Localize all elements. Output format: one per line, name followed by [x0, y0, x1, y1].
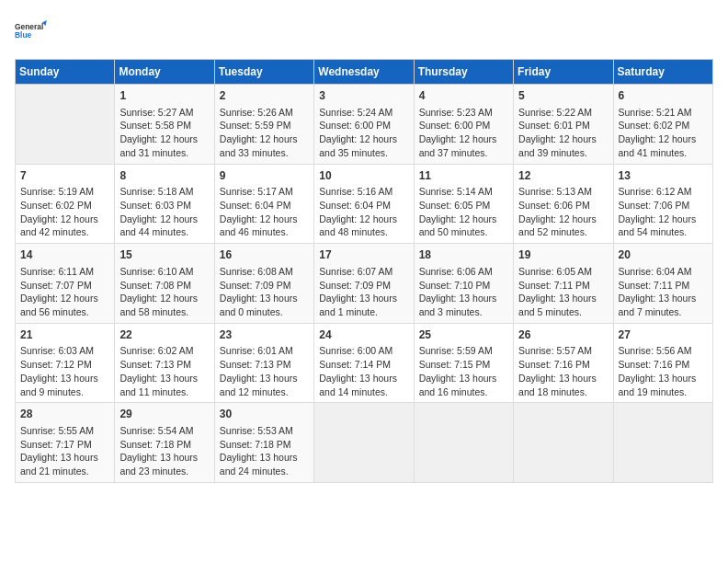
day-cell: 6Sunrise: 5:21 AM Sunset: 6:02 PM Daylig…: [613, 85, 712, 165]
calendar-table: SundayMondayTuesdayWednesdayThursdayFrid…: [15, 59, 713, 483]
day-cell: 21Sunrise: 6:03 AM Sunset: 7:12 PM Dayli…: [16, 323, 115, 403]
week-row-4: 21Sunrise: 6:03 AM Sunset: 7:12 PM Dayli…: [16, 323, 713, 403]
day-number: 11: [419, 168, 508, 184]
day-info: Sunrise: 6:01 AM Sunset: 7:13 PM Dayligh…: [220, 344, 309, 398]
day-cell: 26Sunrise: 5:57 AM Sunset: 7:16 PM Dayli…: [514, 323, 613, 403]
day-info: Sunrise: 6:05 AM Sunset: 7:11 PM Dayligh…: [518, 265, 608, 319]
day-info: Sunrise: 5:19 AM Sunset: 6:02 PM Dayligh…: [20, 185, 109, 239]
col-header-tuesday: Tuesday: [214, 60, 313, 85]
day-info: Sunrise: 6:08 AM Sunset: 7:09 PM Dayligh…: [220, 265, 309, 319]
day-cell: 10Sunrise: 5:16 AM Sunset: 6:04 PM Dayli…: [314, 164, 414, 244]
day-number: 9: [220, 168, 309, 184]
day-info: Sunrise: 5:55 AM Sunset: 7:17 PM Dayligh…: [20, 424, 109, 478]
day-cell: 15Sunrise: 6:10 AM Sunset: 7:08 PM Dayli…: [115, 244, 214, 324]
day-cell: [16, 85, 115, 165]
logo: General Blue: [15, 15, 48, 48]
day-info: Sunrise: 5:23 AM Sunset: 6:00 PM Dayligh…: [419, 106, 508, 160]
svg-text:General: General: [15, 22, 43, 31]
week-row-2: 7Sunrise: 5:19 AM Sunset: 6:02 PM Daylig…: [16, 164, 713, 244]
day-cell: 17Sunrise: 6:07 AM Sunset: 7:09 PM Dayli…: [314, 244, 414, 324]
day-cell: 2Sunrise: 5:26 AM Sunset: 5:59 PM Daylig…: [214, 85, 313, 165]
day-info: Sunrise: 5:53 AM Sunset: 7:18 PM Dayligh…: [220, 424, 309, 478]
day-cell: [514, 403, 613, 483]
week-row-5: 28Sunrise: 5:55 AM Sunset: 7:17 PM Dayli…: [16, 403, 713, 483]
day-cell: 28Sunrise: 5:55 AM Sunset: 7:17 PM Dayli…: [16, 403, 115, 483]
day-info: Sunrise: 5:59 AM Sunset: 7:15 PM Dayligh…: [419, 344, 508, 398]
day-info: Sunrise: 6:06 AM Sunset: 7:10 PM Dayligh…: [419, 265, 508, 319]
day-info: Sunrise: 5:16 AM Sunset: 6:04 PM Dayligh…: [319, 185, 408, 239]
day-number: 6: [619, 88, 708, 104]
day-cell: 25Sunrise: 5:59 AM Sunset: 7:15 PM Dayli…: [414, 323, 513, 403]
svg-text:Blue: Blue: [15, 30, 32, 40]
day-info: Sunrise: 5:57 AM Sunset: 7:16 PM Dayligh…: [518, 344, 608, 398]
day-info: Sunrise: 5:56 AM Sunset: 7:16 PM Dayligh…: [619, 344, 708, 398]
day-info: Sunrise: 6:03 AM Sunset: 7:12 PM Dayligh…: [20, 344, 109, 398]
day-number: 3: [319, 88, 408, 104]
day-number: 7: [20, 168, 109, 184]
logo-svg: General Blue: [15, 15, 48, 48]
col-header-sunday: Sunday: [16, 60, 115, 85]
day-info: Sunrise: 6:10 AM Sunset: 7:08 PM Dayligh…: [119, 265, 209, 319]
day-number: 25: [419, 327, 508, 343]
day-info: Sunrise: 5:54 AM Sunset: 7:18 PM Dayligh…: [119, 424, 209, 478]
day-number: 29: [119, 407, 209, 422]
day-info: Sunrise: 5:22 AM Sunset: 6:01 PM Dayligh…: [518, 106, 608, 160]
week-row-3: 14Sunrise: 6:11 AM Sunset: 7:07 PM Dayli…: [16, 244, 713, 324]
day-number: 28: [20, 407, 109, 422]
day-info: Sunrise: 6:11 AM Sunset: 7:07 PM Dayligh…: [20, 265, 109, 319]
col-header-friday: Friday: [514, 60, 613, 85]
day-info: Sunrise: 6:00 AM Sunset: 7:14 PM Dayligh…: [319, 344, 408, 398]
col-header-wednesday: Wednesday: [314, 60, 414, 85]
day-cell: 4Sunrise: 5:23 AM Sunset: 6:00 PM Daylig…: [414, 85, 513, 165]
day-cell: 18Sunrise: 6:06 AM Sunset: 7:10 PM Dayli…: [414, 244, 513, 324]
day-cell: 22Sunrise: 6:02 AM Sunset: 7:13 PM Dayli…: [115, 323, 214, 403]
day-cell: [414, 403, 513, 483]
day-cell: 7Sunrise: 5:19 AM Sunset: 6:02 PM Daylig…: [16, 164, 115, 244]
day-info: Sunrise: 5:24 AM Sunset: 6:00 PM Dayligh…: [319, 106, 408, 160]
day-cell: 16Sunrise: 6:08 AM Sunset: 7:09 PM Dayli…: [214, 244, 313, 324]
day-info: Sunrise: 5:26 AM Sunset: 5:59 PM Dayligh…: [220, 106, 309, 160]
day-number: 16: [220, 247, 309, 263]
day-info: Sunrise: 6:07 AM Sunset: 7:09 PM Dayligh…: [319, 265, 408, 319]
day-number: 20: [619, 247, 708, 263]
day-cell: 1Sunrise: 5:27 AM Sunset: 5:58 PM Daylig…: [115, 85, 214, 165]
day-info: Sunrise: 5:27 AM Sunset: 5:58 PM Dayligh…: [119, 106, 209, 160]
day-info: Sunrise: 5:21 AM Sunset: 6:02 PM Dayligh…: [619, 106, 708, 160]
day-number: 8: [119, 168, 209, 184]
day-number: 30: [220, 407, 309, 422]
day-number: 24: [319, 327, 408, 343]
day-cell: 3Sunrise: 5:24 AM Sunset: 6:00 PM Daylig…: [314, 85, 414, 165]
day-number: 23: [220, 327, 309, 343]
day-number: 4: [419, 88, 508, 104]
col-header-monday: Monday: [115, 60, 214, 85]
day-cell: 9Sunrise: 5:17 AM Sunset: 6:04 PM Daylig…: [214, 164, 313, 244]
day-cell: 30Sunrise: 5:53 AM Sunset: 7:18 PM Dayli…: [214, 403, 313, 483]
day-number: 15: [119, 247, 209, 263]
col-header-thursday: Thursday: [414, 60, 513, 85]
day-number: 19: [518, 247, 608, 263]
day-number: 22: [119, 327, 209, 343]
day-cell: 5Sunrise: 5:22 AM Sunset: 6:01 PM Daylig…: [514, 85, 613, 165]
day-info: Sunrise: 6:02 AM Sunset: 7:13 PM Dayligh…: [119, 344, 209, 398]
week-row-1: 1Sunrise: 5:27 AM Sunset: 5:58 PM Daylig…: [16, 85, 713, 165]
day-cell: 14Sunrise: 6:11 AM Sunset: 7:07 PM Dayli…: [16, 244, 115, 324]
day-info: Sunrise: 5:13 AM Sunset: 6:06 PM Dayligh…: [518, 185, 608, 239]
day-number: 2: [220, 88, 309, 104]
day-cell: 11Sunrise: 5:14 AM Sunset: 6:05 PM Dayli…: [414, 164, 513, 244]
header-row: SundayMondayTuesdayWednesdayThursdayFrid…: [16, 60, 713, 85]
day-cell: 8Sunrise: 5:18 AM Sunset: 6:03 PM Daylig…: [115, 164, 214, 244]
day-number: 12: [518, 168, 608, 184]
day-info: Sunrise: 5:17 AM Sunset: 6:04 PM Dayligh…: [220, 185, 309, 239]
day-cell: 24Sunrise: 6:00 AM Sunset: 7:14 PM Dayli…: [314, 323, 414, 403]
day-number: 1: [119, 88, 209, 104]
day-info: Sunrise: 6:12 AM Sunset: 7:06 PM Dayligh…: [619, 185, 708, 239]
day-number: 14: [20, 247, 109, 263]
day-number: 18: [419, 247, 508, 263]
day-info: Sunrise: 6:04 AM Sunset: 7:11 PM Dayligh…: [619, 265, 708, 319]
day-info: Sunrise: 5:14 AM Sunset: 6:05 PM Dayligh…: [419, 185, 508, 239]
day-number: 5: [518, 88, 608, 104]
day-cell: 29Sunrise: 5:54 AM Sunset: 7:18 PM Dayli…: [115, 403, 214, 483]
day-cell: [314, 403, 414, 483]
day-number: 27: [619, 327, 708, 343]
day-cell: 20Sunrise: 6:04 AM Sunset: 7:11 PM Dayli…: [613, 244, 712, 324]
